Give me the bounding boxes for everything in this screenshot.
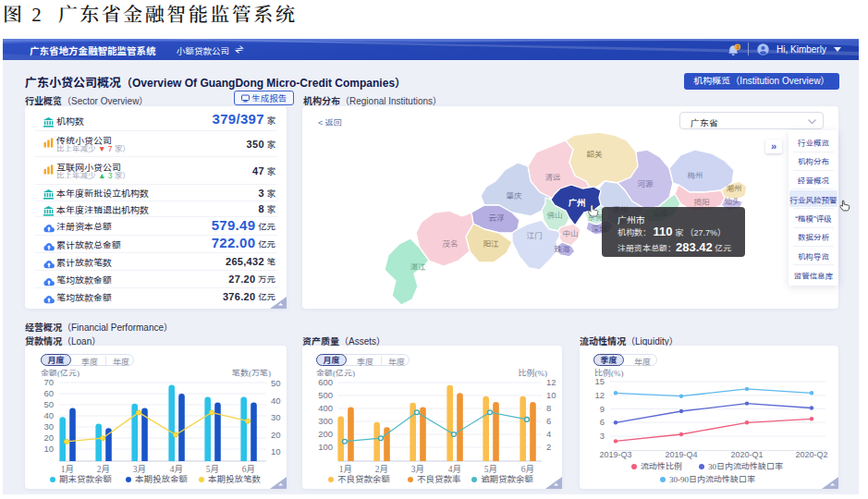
svg-text:50: 50 bbox=[43, 399, 54, 409]
svg-text:30: 30 bbox=[43, 421, 54, 432]
svg-text:佛山: 佛山 bbox=[546, 209, 562, 220]
svg-text:不良贷款率: 不良贷款率 bbox=[417, 472, 461, 485]
svg-text:流动性比例: 流动性比例 bbox=[641, 460, 682, 472]
svg-text:2019-Q4: 2019-Q4 bbox=[665, 450, 697, 459]
svg-text:比例(%): 比例(%) bbox=[519, 367, 548, 379]
svg-text:600: 600 bbox=[318, 377, 333, 387]
svg-text:2019-Q3: 2019-Q3 bbox=[599, 450, 631, 459]
svg-text:河源: 河源 bbox=[637, 177, 654, 189]
svg-text:2020-Q1: 2020-Q1 bbox=[730, 450, 763, 459]
svg-text:梅州: 梅州 bbox=[687, 169, 703, 180]
svg-text:100: 100 bbox=[318, 442, 333, 452]
svg-text:50: 50 bbox=[271, 378, 281, 388]
svg-text:清远: 清远 bbox=[544, 171, 561, 182]
svg-text:30-90日内流动性缺口率: 30-90日内流动性缺口率 bbox=[669, 473, 755, 485]
svg-text:30日内流动性缺口率: 30日内流动性缺口率 bbox=[708, 460, 783, 472]
svg-text:江门: 江门 bbox=[526, 229, 542, 240]
svg-text:10: 10 bbox=[271, 446, 281, 456]
svg-text:400: 400 bbox=[318, 403, 333, 413]
svg-text:逾期贷款余额: 逾期贷款余额 bbox=[481, 472, 534, 485]
svg-text:汕头: 汕头 bbox=[724, 195, 740, 206]
svg-text:4: 4 bbox=[546, 429, 551, 439]
svg-text:广州: 广州 bbox=[568, 196, 585, 209]
svg-text:珠海: 珠海 bbox=[554, 243, 570, 254]
svg-text:12: 12 bbox=[546, 377, 556, 387]
svg-text:阳江: 阳江 bbox=[483, 237, 499, 249]
svg-text:500: 500 bbox=[318, 390, 333, 400]
svg-text:40: 40 bbox=[271, 396, 281, 406]
svg-text:40: 40 bbox=[43, 410, 54, 420]
svg-text:湛江: 湛江 bbox=[410, 261, 426, 272]
svg-text:9: 9 bbox=[600, 404, 605, 414]
svg-text:潮州: 潮州 bbox=[726, 182, 741, 193]
svg-text:12: 12 bbox=[594, 390, 605, 400]
svg-text:期末贷款余额: 期末贷款余额 bbox=[59, 472, 113, 485]
svg-text:10: 10 bbox=[43, 444, 54, 454]
svg-text:3: 3 bbox=[600, 431, 605, 441]
svg-text:揭阳: 揭阳 bbox=[693, 196, 709, 207]
svg-text:本期投放笔数: 本期投放笔数 bbox=[208, 472, 262, 485]
svg-text:30: 30 bbox=[271, 412, 281, 422]
svg-text:10: 10 bbox=[546, 390, 556, 400]
svg-text:300: 300 bbox=[318, 416, 333, 426]
svg-text:70: 70 bbox=[43, 377, 54, 387]
svg-text:笔数(万笔): 笔数(万笔) bbox=[232, 367, 271, 379]
svg-text:中山: 中山 bbox=[562, 227, 578, 238]
svg-text:20: 20 bbox=[43, 432, 54, 443]
svg-text:2020-Q2: 2020-Q2 bbox=[795, 450, 827, 459]
svg-text:8: 8 bbox=[546, 403, 551, 413]
svg-text:2: 2 bbox=[546, 442, 551, 452]
svg-text:15: 15 bbox=[594, 376, 605, 386]
svg-text:韶关: 韶关 bbox=[586, 148, 603, 159]
svg-text:云浮: 云浮 bbox=[488, 212, 504, 223]
svg-text:6: 6 bbox=[600, 417, 605, 427]
svg-text:肇庆: 肇庆 bbox=[506, 189, 522, 201]
svg-text:200: 200 bbox=[318, 429, 333, 439]
svg-text:6: 6 bbox=[546, 416, 551, 426]
svg-text:茂名: 茂名 bbox=[442, 237, 458, 249]
svg-text:不良贷款余额: 不良贷款余额 bbox=[337, 472, 391, 485]
svg-text:20: 20 bbox=[271, 430, 281, 440]
svg-text:60: 60 bbox=[43, 388, 54, 398]
svg-text:本期投放金额: 本期投放金额 bbox=[135, 472, 189, 485]
